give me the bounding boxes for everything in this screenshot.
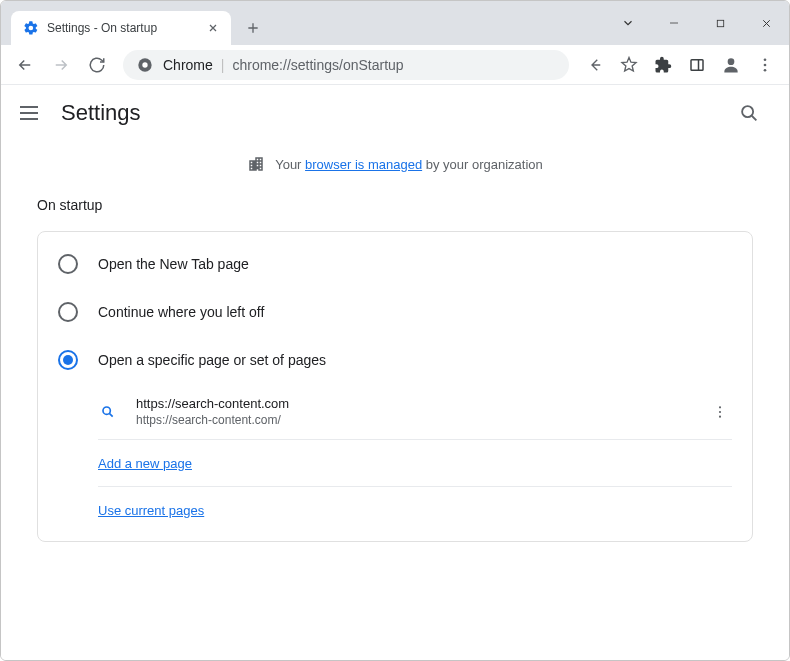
tab-title: Settings - On startup [47, 21, 197, 35]
add-page-link[interactable]: Add a new page [98, 456, 192, 471]
star-icon[interactable] [613, 49, 645, 81]
kebab-menu-icon[interactable] [708, 400, 732, 424]
gear-icon [23, 20, 39, 36]
search-icon[interactable] [737, 101, 761, 125]
sidepanel-icon[interactable] [681, 49, 713, 81]
managed-text: Your browser is managed by your organiza… [275, 157, 543, 172]
omnibox-text: Chrome | chrome://settings/onStartup [163, 57, 404, 73]
close-window-button[interactable] [743, 7, 789, 39]
chevron-down-icon[interactable] [605, 7, 651, 39]
page-url: https://search-content.com/ [136, 413, 690, 427]
use-current-link[interactable]: Use current pages [98, 503, 204, 518]
svg-rect-3 [691, 59, 703, 70]
hamburger-icon[interactable] [17, 101, 41, 125]
svg-point-4 [728, 58, 735, 65]
radio-label: Open a specific page or set of pages [98, 352, 326, 368]
settings-content: Settings Your browser is managed by your… [1, 85, 789, 660]
svg-point-9 [103, 407, 110, 414]
add-page-row: Add a new page [98, 440, 732, 487]
svg-point-10 [719, 406, 721, 408]
svg-point-2 [142, 62, 147, 67]
radio-icon [58, 350, 78, 370]
addressbar: Chrome | chrome://settings/onStartup [1, 45, 789, 85]
svg-point-5 [764, 58, 767, 61]
managed-link[interactable]: browser is managed [305, 157, 422, 172]
section-title: On startup [37, 197, 753, 213]
radio-label: Open the New Tab page [98, 256, 249, 272]
share-icon[interactable] [579, 49, 611, 81]
search-icon [98, 402, 118, 422]
maximize-button[interactable] [697, 7, 743, 39]
radio-icon [58, 254, 78, 274]
svg-rect-0 [717, 20, 723, 26]
back-button[interactable] [9, 49, 41, 81]
browser-window: Settings - On startup [0, 0, 790, 661]
startup-pages: https://search-content.com https://searc… [98, 384, 732, 533]
svg-point-8 [742, 106, 753, 117]
minimize-button[interactable] [651, 7, 697, 39]
browser-tab[interactable]: Settings - On startup [11, 11, 231, 45]
svg-point-11 [719, 410, 721, 412]
use-current-row: Use current pages [98, 487, 732, 533]
chrome-icon [137, 57, 153, 73]
settings-header: Settings [1, 85, 789, 141]
forward-button[interactable] [45, 49, 77, 81]
startup-page-entry: https://search-content.com https://searc… [98, 384, 732, 440]
extensions-icon[interactable] [647, 49, 679, 81]
radio-new-tab[interactable]: Open the New Tab page [38, 240, 752, 288]
radio-label: Continue where you left off [98, 304, 264, 320]
svg-point-6 [764, 63, 767, 66]
profile-icon[interactable] [715, 49, 747, 81]
svg-point-12 [719, 415, 721, 417]
omnibox[interactable]: Chrome | chrome://settings/onStartup [123, 50, 569, 80]
page-name: https://search-content.com [136, 396, 690, 411]
titlebar: Settings - On startup [1, 1, 789, 45]
startup-card: Open the New Tab page Continue where you… [37, 231, 753, 542]
managed-banner: Your browser is managed by your organiza… [1, 141, 789, 191]
reload-button[interactable] [81, 49, 113, 81]
svg-point-7 [764, 68, 767, 71]
radio-continue[interactable]: Continue where you left off [38, 288, 752, 336]
radio-specific-pages[interactable]: Open a specific page or set of pages [38, 336, 752, 384]
window-controls [605, 1, 789, 45]
menu-icon[interactable] [749, 49, 781, 81]
close-icon[interactable] [205, 20, 221, 36]
page-title: Settings [61, 100, 141, 126]
building-icon [247, 155, 265, 173]
radio-icon [58, 302, 78, 322]
new-tab-button[interactable] [239, 14, 267, 42]
